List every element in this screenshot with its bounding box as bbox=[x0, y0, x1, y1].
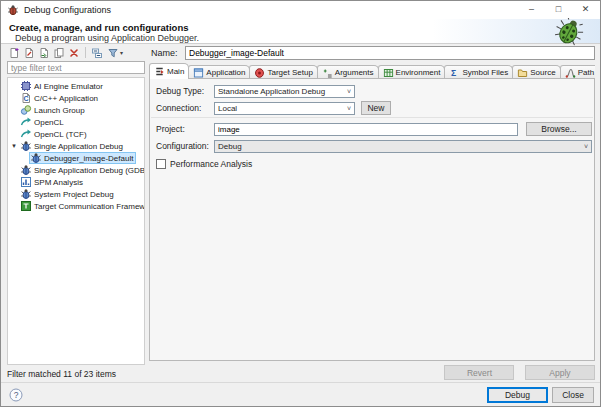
project-input[interactable] bbox=[214, 123, 518, 136]
tab-symbol-files[interactable]: ΣSymbol Files bbox=[444, 65, 513, 79]
launch-group-icon bbox=[20, 104, 32, 116]
opencl-icon bbox=[20, 128, 32, 140]
filter-menu-caret-icon[interactable]: ▾ bbox=[120, 49, 123, 56]
close-dialog-button[interactable]: Close bbox=[552, 387, 594, 403]
tree-item-label: OpenCL bbox=[34, 118, 64, 127]
debug-config-icon bbox=[20, 188, 32, 200]
ladybug-icon bbox=[554, 18, 584, 48]
export-config-icon[interactable] bbox=[37, 46, 51, 59]
tree-item-label: Launch Group bbox=[34, 106, 85, 115]
filter-status: Filter matched 11 of 23 items bbox=[7, 369, 116, 379]
tab-arguments[interactable]: Arguments bbox=[317, 65, 379, 79]
revert-button[interactable]: Revert bbox=[444, 365, 514, 380]
tree-item-single-application-debug[interactable]: ▾Single Application Debug bbox=[8, 140, 144, 152]
spm-analysis-icon bbox=[20, 176, 32, 188]
browse-button[interactable]: Browse... bbox=[526, 122, 592, 136]
performance-analysis-checkbox[interactable] bbox=[156, 159, 166, 169]
tab-label: Symbol Files bbox=[462, 68, 508, 77]
name-input[interactable] bbox=[185, 46, 595, 60]
tree-item-label: System Project Debug bbox=[34, 190, 114, 199]
tree-item-system-project-debug[interactable]: System Project Debug bbox=[8, 188, 144, 200]
chevron-down-icon: ˅ bbox=[584, 143, 588, 150]
tree-item-label: Debugger_image-Default bbox=[44, 154, 133, 163]
tab-label: Main bbox=[167, 67, 184, 76]
environment-tab-icon bbox=[383, 67, 394, 78]
configuration-detail-panel: Name: MainApplicationTarget SetupArgumen… bbox=[149, 46, 595, 380]
tab-application[interactable]: Application bbox=[188, 65, 250, 79]
tab-main-content: Debug Type: Standalone Application Debug… bbox=[149, 78, 595, 361]
filter-input[interactable] bbox=[7, 61, 145, 74]
tree-item-opencl-tcf[interactable]: OpenCL (TCF) bbox=[8, 128, 144, 140]
ai-engine-emulator-icon bbox=[20, 80, 32, 92]
title-bar[interactable]: Debug Configurations – □ ✕ bbox=[1, 1, 600, 19]
group-divider bbox=[151, 117, 593, 118]
tree-item-label: Target Communication Framework bbox=[34, 202, 145, 211]
connection-value: Local bbox=[218, 104, 344, 113]
tree-item-c-c-application[interactable]: CC/C++ Application bbox=[8, 92, 144, 104]
toolbar-separator bbox=[82, 47, 86, 58]
tab-label: Target Setup bbox=[267, 68, 312, 77]
tab-target-setup[interactable]: Target Setup bbox=[249, 65, 317, 79]
tree-item-label: AI Engine Emulator bbox=[34, 82, 103, 91]
source-tab-icon bbox=[517, 67, 528, 78]
tab-label: Environment bbox=[396, 68, 441, 77]
tab-environment[interactable]: Environment bbox=[378, 65, 446, 79]
debug-configurations-dialog: Debug Configurations – □ ✕ Create, manag… bbox=[0, 0, 601, 407]
tab-label: Source bbox=[530, 68, 555, 77]
bug-icon bbox=[7, 4, 19, 16]
close-button[interactable]: ✕ bbox=[572, 1, 599, 18]
svg-text:Σ: Σ bbox=[451, 68, 457, 78]
minimize-button[interactable]: – bbox=[518, 1, 545, 18]
apply-button[interactable]: Apply bbox=[525, 365, 595, 380]
tree-item-target-communication-framework[interactable]: Target Communication Framework bbox=[8, 200, 144, 212]
new-config-icon[interactable] bbox=[7, 46, 21, 59]
tab-path-map[interactable]: Path Map bbox=[560, 65, 595, 79]
page-title: Create, manage, and run configurations bbox=[9, 22, 188, 33]
help-icon[interactable]: ? bbox=[9, 388, 23, 402]
configuration-select[interactable]: Debug ˅ bbox=[214, 140, 592, 153]
tree-item-debugger-image-default[interactable]: Debugger_image-Default bbox=[8, 152, 144, 164]
tab-source[interactable]: Source bbox=[512, 65, 560, 79]
expander-icon[interactable]: ▾ bbox=[9, 142, 19, 150]
tree-item-launch-group[interactable]: Launch Group bbox=[8, 104, 144, 116]
debug-type-value: Standalone Application Debug bbox=[218, 87, 344, 96]
application-tab-icon bbox=[193, 67, 204, 78]
tree-item-single-application-debug-gdb[interactable]: Single Application Debug (GDB) bbox=[8, 164, 144, 176]
debug-type-select[interactable]: Standalone Application Debug ˅ bbox=[214, 85, 355, 98]
configurations-tree[interactable]: AI Engine EmulatorCC/C++ ApplicationLaun… bbox=[7, 77, 145, 365]
performance-analysis-label: Performance Analysis bbox=[170, 159, 252, 169]
tree-item-label: Single Application Debug bbox=[34, 142, 123, 151]
footer-bar: ? Debug Close bbox=[1, 382, 600, 406]
path-map-tab-icon bbox=[565, 67, 576, 78]
page-subtitle: Debug a program using Application Debugg… bbox=[15, 33, 199, 43]
tab-bar: MainApplicationTarget SetupArgumentsEnvi… bbox=[149, 63, 595, 79]
debug-config-icon bbox=[30, 152, 42, 164]
tree-item-label: OpenCL (TCF) bbox=[34, 130, 87, 139]
maximize-button[interactable]: □ bbox=[545, 1, 572, 18]
svg-text:?: ? bbox=[14, 390, 19, 400]
header-banner: Create, manage, and run configurations D… bbox=[1, 19, 600, 44]
target-setup-tab-icon bbox=[254, 67, 265, 78]
filter-icon[interactable]: ▾ bbox=[105, 46, 125, 59]
chevron-down-icon: ˅ bbox=[347, 105, 351, 112]
collapse-all-icon[interactable] bbox=[90, 46, 104, 59]
tree-item-label: SPM Analysis bbox=[34, 178, 83, 187]
tree-item-opencl[interactable]: OpenCL bbox=[8, 116, 144, 128]
duplicate-icon[interactable] bbox=[52, 46, 66, 59]
tree-item-spm-analysis[interactable]: SPM Analysis bbox=[8, 176, 144, 188]
tab-main[interactable]: Main bbox=[149, 63, 189, 79]
new-prototype-icon[interactable] bbox=[22, 46, 36, 59]
tcf-icon bbox=[20, 200, 32, 212]
new-connection-button[interactable]: New bbox=[361, 101, 391, 115]
delete-icon[interactable] bbox=[67, 46, 81, 59]
connection-select[interactable]: Local ˅ bbox=[214, 102, 355, 115]
cpp-application-icon: C bbox=[20, 92, 32, 104]
debug-config-icon bbox=[20, 140, 32, 152]
tab-label: Path Map bbox=[578, 68, 595, 77]
configuration-label: Configuration: bbox=[156, 141, 214, 151]
main-tab-icon bbox=[154, 66, 165, 77]
tree-item-ai-engine-emulator[interactable]: AI Engine Emulator bbox=[8, 80, 144, 92]
svg-text:C: C bbox=[23, 95, 28, 102]
debug-config-icon bbox=[20, 164, 32, 176]
debug-button[interactable]: Debug bbox=[487, 387, 548, 403]
